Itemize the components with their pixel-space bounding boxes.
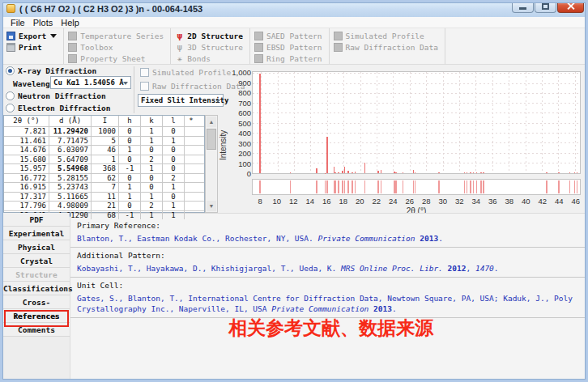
toolbar-toolbox[interactable]: Toolbox — [68, 41, 164, 53]
stick-line — [464, 180, 466, 193]
diffraction-peak — [364, 163, 366, 173]
y-tick-label: 400 — [224, 129, 251, 138]
tab-cross-references[interactable]: Cross-references — [3, 295, 70, 309]
toolbar-item-label: Export — [19, 32, 46, 40]
table-cell: 1 — [119, 146, 141, 155]
table-row[interactable]: 16.7725.2815562002 — [4, 174, 204, 184]
toolbar-ebsd-pattern[interactable]: EBSD Pattern — [254, 41, 322, 53]
radio-xray-diffraction[interactable]: X-ray Diffraction — [6, 66, 96, 75]
minimize-button[interactable] — [512, 0, 534, 13]
table-row[interactable]: 17.3175.1166511110 — [4, 193, 204, 202]
simulated-profile-icon — [334, 32, 343, 40]
table-cell — [185, 146, 198, 155]
property-sheet-icon — [68, 54, 77, 63]
toolbar-item-label: Temperature Series — [80, 32, 164, 40]
column-header: I — [92, 116, 119, 126]
titlebar[interactable]: ( ( C6 H7 O2 ) ( C2 H3 O2 )3 )n - 00-064… — [0, 0, 588, 17]
toolbar-simulated-profile[interactable]: Simulated Profile — [334, 30, 438, 41]
menu-plots[interactable]: Plots — [29, 18, 57, 28]
table-row[interactable]: 14.6766.0309746100 — [4, 146, 204, 155]
table-row[interactable]: 11.4617.714755011 — [4, 137, 204, 146]
toolbar-raw-diffraction-data[interactable]: Raw Diffraction Data — [334, 41, 438, 53]
diffraction-peak — [355, 172, 356, 173]
toolbar-2d-structure[interactable]: ψ2D Structure — [175, 30, 243, 41]
toolbar-item-label: Bonds — [187, 54, 211, 63]
grid-line — [360, 72, 361, 173]
table-cell: 0 — [119, 137, 141, 146]
grid-line — [492, 72, 493, 173]
grid-line — [253, 103, 580, 104]
table-cell: 1 — [163, 137, 185, 146]
toolbar-print[interactable]: Print — [6, 41, 57, 53]
table-row[interactable]: 16.9155.237437101 — [4, 183, 204, 193]
toolbar-export[interactable]: Export — [6, 30, 57, 41]
stick-line — [259, 180, 261, 193]
saed-pattern-icon — [254, 32, 263, 40]
stick-line — [344, 180, 346, 193]
table-cell: 1 — [141, 127, 163, 136]
toolbar-property-sheet[interactable]: Property Sheet — [68, 53, 164, 64]
checkbox-raw-diffraction-data: Raw Diffraction Data — [140, 82, 245, 91]
table-scrollbar[interactable]: ▲ ▼ — [205, 115, 218, 213]
table-cell: 2 — [141, 155, 163, 164]
maximize-button[interactable] — [535, 0, 556, 13]
column-header: l — [163, 116, 185, 126]
diffraction-peak — [316, 168, 317, 173]
grid-line — [294, 72, 295, 173]
radio-electron-diffraction[interactable]: Electron Diffraction — [6, 104, 110, 112]
window-controls — [511, 0, 584, 13]
diffraction-peak — [473, 172, 475, 173]
scroll-up-icon[interactable]: ▲ — [207, 117, 216, 127]
menu-bar: FilePlotsHelp — [2, 17, 586, 28]
bonds-icon: ✳ — [175, 54, 184, 63]
grid-line — [253, 93, 580, 94]
table-cell — [185, 137, 198, 146]
checkbox-icon — [140, 68, 149, 77]
scroll-down-icon[interactable]: ▼ — [207, 201, 216, 211]
menu-help[interactable]: Help — [57, 18, 83, 28]
y-tick-label: 200 — [224, 149, 251, 158]
raw-diffraction-icon — [334, 43, 343, 52]
reference-section-label: Additional Pattern: — [77, 250, 578, 261]
diffraction-chart: Intensity 01002003004005006007008009001,… — [219, 65, 585, 215]
table-row[interactable]: 7.82111.294201000010 — [4, 127, 204, 137]
table-row[interactable]: 15.6805.647091020 — [4, 155, 204, 165]
table-cell — [185, 183, 198, 192]
toolbar-bonds[interactable]: ✳Bonds — [175, 53, 243, 64]
tab-experimental[interactable]: Experimental — [3, 227, 70, 240]
tab-classifications[interactable]: Classifications — [3, 282, 70, 295]
slit-intensity-dropdown[interactable]: Fixed Slit Intensity — [138, 94, 224, 107]
table-cell: 0 — [163, 164, 185, 173]
radio-neutron-diffraction[interactable]: Neutron Diffraction — [6, 91, 106, 100]
x-tick-label: 32 — [451, 197, 467, 206]
close-button[interactable] — [557, 0, 584, 13]
references-panel: Primary Reference:Blanton, T., Eastman K… — [70, 213, 585, 379]
stick-line — [470, 180, 471, 193]
table-cell: 2 — [163, 174, 185, 183]
section-divider — [70, 277, 585, 278]
table-cell: 5.54968 — [49, 164, 92, 173]
table-row[interactable]: 17.7964.9800921021 — [4, 202, 204, 211]
scrollbar-thumb[interactable] — [207, 129, 216, 150]
stick-line — [352, 180, 353, 193]
table-cell: 1 — [163, 202, 185, 210]
toolbar-3d-structure[interactable]: ψ3D Structure — [175, 41, 243, 53]
table-row[interactable]: 15.9575.54968368-110 — [4, 164, 204, 174]
window-title: ( ( C6 H7 O2 ) ( C2 H3 O2 )3 )n - 00-064… — [19, 4, 202, 14]
wavelength-dropdown[interactable]: Cu Kα1 1.54056 Å — [50, 76, 131, 89]
table-cell: 5.64709 — [49, 155, 92, 164]
stick-line — [569, 180, 571, 193]
toolbar-temperature-series[interactable]: Temperature Series — [68, 30, 164, 41]
toolbar-saed-pattern[interactable]: SAED Pattern — [254, 30, 322, 41]
grid-line — [343, 72, 344, 173]
table-cell: 1 — [92, 155, 119, 164]
x-tick-label: 30 — [435, 197, 451, 206]
tab-physical[interactable]: Physical — [3, 240, 70, 254]
table-cell: 11.29420 — [49, 127, 92, 136]
toolbar-ring-pattern[interactable]: Ring Pattern — [254, 53, 322, 64]
tab-pdf[interactable]: PDF — [3, 213, 70, 227]
table-cell: 16.772 — [4, 174, 49, 183]
menu-file[interactable]: File — [6, 18, 29, 28]
ebsd-pattern-icon — [254, 43, 263, 52]
tab-crystal[interactable]: Crystal — [3, 254, 70, 268]
